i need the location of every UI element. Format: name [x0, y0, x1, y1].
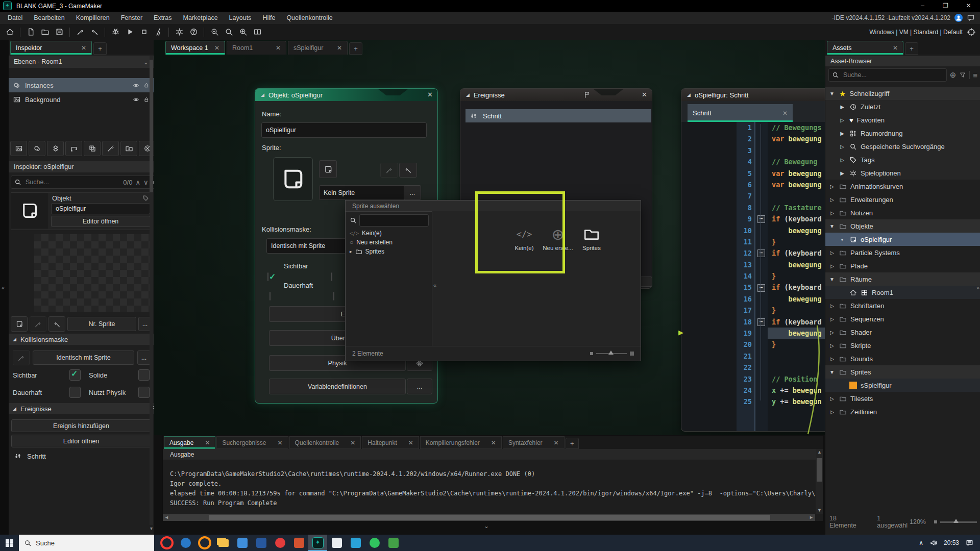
expand-arrow-icon[interactable]: ▷	[828, 316, 836, 322]
tag-icon[interactable]	[142, 195, 149, 202]
menu-layouts[interactable]: Layouts	[224, 12, 257, 24]
tab-syntaxfehler[interactable]: Syntaxfehler✕	[503, 436, 565, 449]
menu-marketplace[interactable]: Marketplace	[178, 12, 224, 24]
layer-tool-inst-button[interactable]	[29, 141, 45, 156]
menu-quellenkontrolle[interactable]: Quellenkontrolle	[281, 12, 338, 24]
close-tab-icon[interactable]: ✕	[893, 44, 898, 52]
close-tab-icon[interactable]: ✕	[554, 439, 559, 446]
edit-sprite-button[interactable]	[30, 316, 46, 332]
toolbar-play-button[interactable]	[123, 26, 136, 38]
expand-arrow-icon[interactable]: ▼	[828, 223, 836, 229]
browser-menu-icon[interactable]: ≡	[973, 71, 977, 80]
taskbar-app[interactable]	[157, 535, 176, 551]
output-vscrollbar[interactable]: ▲ ▼	[816, 449, 823, 514]
tab-assets[interactable]: Assets✕	[827, 41, 903, 55]
asset-r-ume[interactable]: ▼Räume	[825, 272, 980, 286]
new-sprite-button[interactable]	[11, 316, 28, 332]
toolbar-openf-button[interactable]	[38, 26, 52, 38]
grid-item-sprites[interactable]: Sprites	[575, 223, 608, 251]
toolbar-save-button[interactable]	[53, 26, 66, 38]
expand-arrow-icon[interactable]: ▶	[839, 131, 846, 136]
code-line[interactable]: if (keyboard	[768, 247, 825, 259]
expand-arrow-icon[interactable]: ▷	[828, 263, 836, 269]
collision-mode-button[interactable]: Identisch mit Sprite	[33, 350, 134, 365]
object-name-input[interactable]: oSpielfigur	[261, 122, 427, 138]
asset-sprites[interactable]: ▼Sprites	[825, 365, 980, 379]
expand-arrow-icon[interactable]: ▷	[828, 250, 836, 256]
toolbar-file-button[interactable]	[24, 26, 37, 38]
search-prev-icon[interactable]: ∧	[135, 179, 140, 186]
asset-particle-systems[interactable]: ▷Particle Systems	[825, 246, 980, 259]
asset-schnellzugriff[interactable]: ▼★Schnellzugriff	[825, 87, 980, 100]
menu-fenster[interactable]: Fenster	[115, 12, 148, 24]
persistent-checkbox[interactable]	[270, 292, 271, 300]
tab-quellenkontrolle[interactable]: Quellenkontrolle✕	[289, 436, 361, 449]
popup-tree-keine[interactable]: </>Kein(e)	[346, 229, 432, 238]
expand-arrow-icon[interactable]: ▷	[828, 343, 836, 348]
search-next-icon[interactable]: ∨	[143, 179, 149, 186]
output-hscrollbar[interactable]: ◄ ►	[163, 514, 815, 521]
fold-marker-icon[interactable]: −	[757, 318, 765, 326]
taskbar-app[interactable]	[195, 535, 214, 551]
asset-zoom-slider[interactable]	[934, 520, 980, 524]
events-section-header[interactable]: ◢Ereignisse	[9, 403, 162, 414]
popup-tree-sprites[interactable]: ▸Sprites	[346, 247, 432, 256]
sprite-more-button[interactable]: ...	[404, 185, 421, 200]
asset-sequenzen[interactable]: ▷Sequenzen	[825, 312, 980, 325]
expand-arrow-icon[interactable]: ▷	[839, 117, 846, 123]
layer-tool-wand-button[interactable]	[102, 141, 119, 156]
menu-datei[interactable]: Datei	[2, 12, 28, 24]
close-tab-icon[interactable]: ✕	[350, 439, 355, 446]
scroll-down-icon[interactable]: ▾	[150, 525, 153, 531]
code-line[interactable]: var bewegung	[768, 179, 825, 190]
popup-zoom-slider[interactable]	[590, 352, 634, 356]
toolbar-zoomout-button[interactable]	[208, 26, 221, 38]
asset-sspielfigur[interactable]: sSpielfigur	[825, 379, 980, 392]
asset-erweiterungen[interactable]: ▷Erweiterungen	[825, 193, 980, 206]
tab-schritt[interactable]: Schritt ✕	[688, 104, 793, 122]
collapse-right-icon[interactable]: »	[976, 285, 979, 291]
tab-sspielfigur[interactable]: sSpielfigur✕	[288, 41, 348, 55]
close-tab-icon[interactable]: ✕	[491, 439, 496, 446]
chain-anchor-icon[interactable]: ▶	[678, 329, 683, 336]
taskbar-app[interactable]	[327, 535, 346, 551]
variables-more-button[interactable]: ...	[407, 379, 432, 394]
collision-edit-button[interactable]	[13, 350, 30, 365]
taskbar-app[interactable]	[214, 535, 233, 551]
toolbar-zoomin-button[interactable]	[236, 26, 250, 38]
toolbar-brush-button[interactable]	[74, 26, 87, 38]
popup-search-input[interactable]	[359, 214, 429, 227]
code-line[interactable]: bewegung	[768, 225, 825, 236]
asset-raumordnung[interactable]: ▶Raumordnung	[825, 127, 980, 140]
code-line[interactable]: // Bewegung	[768, 156, 825, 167]
layer-tool-asset-button[interactable]	[84, 141, 101, 156]
code-line[interactable]: if (keyboard	[768, 282, 825, 293]
console-log[interactable]: C:\ProgramData\GameMakerStudio2\Cache\ru…	[163, 460, 815, 514]
toolbar-brush2-button[interactable]	[88, 26, 101, 38]
tray-expand-icon[interactable]: ∧	[919, 539, 923, 546]
fold-marker-icon[interactable]: −	[757, 215, 765, 223]
close-window-icon[interactable]: ✕	[427, 91, 433, 98]
close-tab-icon[interactable]: ✕	[782, 110, 788, 117]
solide-checkbox[interactable]	[138, 369, 150, 381]
object-thumbnail[interactable]	[11, 193, 48, 229]
close-tab-icon[interactable]: ✕	[276, 44, 281, 52]
event-item-schritt[interactable]: Schritt	[14, 452, 46, 460]
code-line[interactable]: if (keyboard	[768, 213, 825, 224]
tab-inspektor[interactable]: Inspektor✕	[10, 41, 92, 55]
asset-sounds[interactable]: ▷Sounds	[825, 352, 980, 365]
dauerhaft-checkbox[interactable]	[69, 387, 81, 398]
fold-marker-icon[interactable]: −	[757, 284, 765, 292]
expand-arrow-icon[interactable]: ▷	[828, 356, 836, 362]
variables-button[interactable]: Variablendefinitionen	[269, 379, 406, 394]
sichtbar-checkbox[interactable]	[69, 369, 81, 381]
expand-arrow-icon[interactable]: ▷	[828, 184, 836, 189]
menu-kompilieren[interactable]: Kompilieren	[70, 12, 115, 24]
collision-section-header[interactable]: ◢Kollisionsmaske	[9, 334, 162, 345]
code-line[interactable]: }	[768, 305, 825, 316]
inspector-search-input[interactable]	[24, 178, 120, 186]
edit-sprite-button[interactable]	[380, 163, 398, 178]
menu-hilfe[interactable]: Hilfe	[257, 12, 281, 24]
expand-arrow-icon[interactable]: ▷	[828, 197, 836, 203]
toolbar-bug-button[interactable]	[109, 26, 122, 38]
